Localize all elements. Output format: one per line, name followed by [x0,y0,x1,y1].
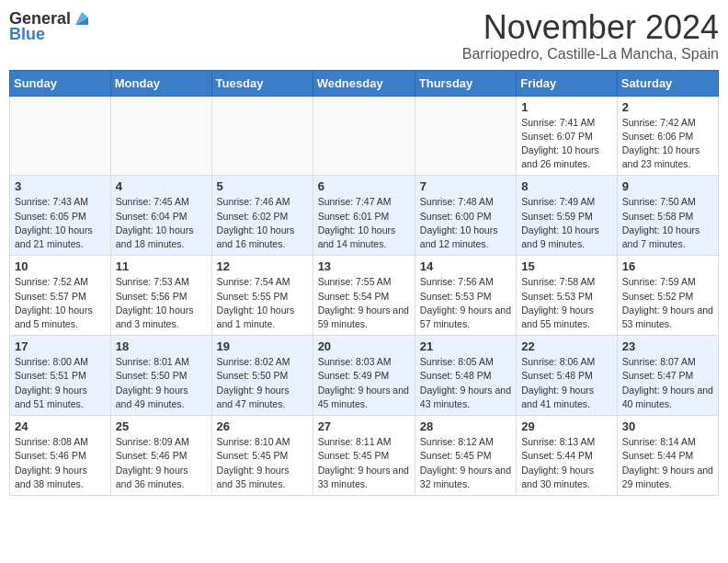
day-number: 26 [217,419,308,433]
calendar-day-cell: 19Sunrise: 8:02 AM Sunset: 5:50 PM Dayli… [211,336,313,416]
day-info: Sunrise: 7:41 AM Sunset: 6:07 PM Dayligh… [521,116,612,172]
day-number: 19 [217,339,308,353]
day-number: 24 [15,419,106,433]
day-info: Sunrise: 7:46 AM Sunset: 6:02 PM Dayligh… [217,195,308,251]
calendar-day-cell: 12Sunrise: 7:54 AM Sunset: 5:55 PM Dayli… [211,256,313,336]
calendar-day-cell [415,96,516,176]
logo-icon [72,8,92,29]
calendar-day-cell: 29Sunrise: 8:13 AM Sunset: 5:44 PM Dayli… [517,416,618,496]
weekday-header: Tuesday [211,70,313,96]
calendar-day-cell: 22Sunrise: 8:06 AM Sunset: 5:48 PM Dayli… [517,336,618,416]
day-info: Sunrise: 8:13 AM Sunset: 5:44 PM Dayligh… [521,435,612,491]
location-title: Barriopedro, Castille-La Mancha, Spain [462,46,719,63]
weekday-header: Friday [517,70,618,96]
calendar-day-cell: 2Sunrise: 7:42 AM Sunset: 6:06 PM Daylig… [617,96,718,176]
weekday-header: Thursday [415,70,516,96]
logo: General Blue [9,9,92,44]
day-info: Sunrise: 7:59 AM Sunset: 5:52 PM Dayligh… [622,275,713,331]
day-info: Sunrise: 8:11 AM Sunset: 5:45 PM Dayligh… [318,435,410,491]
calendar-day-cell: 10Sunrise: 7:52 AM Sunset: 5:57 PM Dayli… [10,256,111,336]
day-number: 30 [622,419,713,433]
day-info: Sunrise: 7:56 AM Sunset: 5:53 PM Dayligh… [420,275,511,331]
calendar-day-cell: 26Sunrise: 8:10 AM Sunset: 5:45 PM Dayli… [211,416,313,496]
day-number: 7 [420,179,511,193]
day-number: 14 [420,259,511,273]
day-info: Sunrise: 7:49 AM Sunset: 5:59 PM Dayligh… [521,195,612,251]
day-info: Sunrise: 8:08 AM Sunset: 5:46 PM Dayligh… [15,435,106,491]
calendar-day-cell: 1Sunrise: 7:41 AM Sunset: 6:07 PM Daylig… [517,96,618,176]
day-info: Sunrise: 8:02 AM Sunset: 5:50 PM Dayligh… [217,355,308,411]
day-number: 6 [318,179,410,193]
day-number: 1 [521,100,612,114]
day-info: Sunrise: 8:07 AM Sunset: 5:47 PM Dayligh… [622,355,713,411]
calendar-day-cell: 13Sunrise: 7:55 AM Sunset: 5:54 PM Dayli… [313,256,415,336]
calendar-day-cell: 24Sunrise: 8:08 AM Sunset: 5:46 PM Dayli… [10,416,111,496]
day-number: 13 [318,259,410,273]
calendar-day-cell [10,96,111,176]
calendar-day-cell: 28Sunrise: 8:12 AM Sunset: 5:45 PM Dayli… [415,416,516,496]
day-number: 3 [15,179,106,193]
day-number: 29 [521,419,612,433]
calendar-day-cell [211,96,313,176]
day-number: 5 [217,179,308,193]
calendar-table: SundayMondayTuesdayWednesdayThursdayFrid… [9,70,719,496]
calendar-day-cell: 8Sunrise: 7:49 AM Sunset: 5:59 PM Daylig… [517,176,618,256]
day-number: 8 [521,179,612,193]
day-info: Sunrise: 7:52 AM Sunset: 5:57 PM Dayligh… [15,275,106,331]
day-number: 23 [622,339,713,353]
day-number: 2 [622,100,713,114]
day-info: Sunrise: 7:45 AM Sunset: 6:04 PM Dayligh… [116,195,207,251]
calendar-day-cell: 5Sunrise: 7:46 AM Sunset: 6:02 PM Daylig… [211,176,313,256]
day-number: 21 [420,339,511,353]
day-number: 28 [420,419,511,433]
day-number: 25 [116,419,207,433]
day-number: 9 [622,179,713,193]
calendar-day-cell: 3Sunrise: 7:43 AM Sunset: 6:05 PM Daylig… [10,176,111,256]
day-info: Sunrise: 7:50 AM Sunset: 5:58 PM Dayligh… [622,195,713,251]
weekday-header: Wednesday [313,70,415,96]
day-info: Sunrise: 7:42 AM Sunset: 6:06 PM Dayligh… [622,116,713,172]
day-info: Sunrise: 7:55 AM Sunset: 5:54 PM Dayligh… [318,275,410,331]
day-number: 12 [217,259,308,273]
day-info: Sunrise: 7:47 AM Sunset: 6:01 PM Dayligh… [318,195,410,251]
day-info: Sunrise: 7:48 AM Sunset: 6:00 PM Dayligh… [420,195,511,251]
calendar-day-cell: 4Sunrise: 7:45 AM Sunset: 6:04 PM Daylig… [110,176,211,256]
calendar-week-row: 1Sunrise: 7:41 AM Sunset: 6:07 PM Daylig… [10,96,719,176]
day-info: Sunrise: 8:09 AM Sunset: 5:46 PM Dayligh… [116,435,207,491]
weekday-header: Saturday [617,70,718,96]
calendar-week-row: 3Sunrise: 7:43 AM Sunset: 6:05 PM Daylig… [10,176,719,256]
day-number: 10 [15,259,106,273]
calendar-day-cell: 11Sunrise: 7:53 AM Sunset: 5:56 PM Dayli… [110,256,211,336]
day-info: Sunrise: 8:03 AM Sunset: 5:49 PM Dayligh… [318,355,410,411]
calendar-day-cell: 15Sunrise: 7:58 AM Sunset: 5:53 PM Dayli… [517,256,618,336]
calendar-day-cell: 16Sunrise: 7:59 AM Sunset: 5:52 PM Dayli… [617,256,718,336]
calendar-day-cell: 27Sunrise: 8:11 AM Sunset: 5:45 PM Dayli… [313,416,415,496]
day-info: Sunrise: 7:43 AM Sunset: 6:05 PM Dayligh… [15,195,106,251]
day-number: 17 [15,339,106,353]
day-info: Sunrise: 7:58 AM Sunset: 5:53 PM Dayligh… [521,275,612,331]
calendar-day-cell: 25Sunrise: 8:09 AM Sunset: 5:46 PM Dayli… [110,416,211,496]
calendar-day-cell: 30Sunrise: 8:14 AM Sunset: 5:44 PM Dayli… [617,416,718,496]
day-info: Sunrise: 7:53 AM Sunset: 5:56 PM Dayligh… [116,275,207,331]
calendar-day-cell: 20Sunrise: 8:03 AM Sunset: 5:49 PM Dayli… [313,336,415,416]
day-info: Sunrise: 8:14 AM Sunset: 5:44 PM Dayligh… [622,435,713,491]
day-info: Sunrise: 8:00 AM Sunset: 5:51 PM Dayligh… [15,355,106,411]
calendar-day-cell: 21Sunrise: 8:05 AM Sunset: 5:48 PM Dayli… [415,336,516,416]
calendar-day-cell: 6Sunrise: 7:47 AM Sunset: 6:01 PM Daylig… [313,176,415,256]
calendar-day-cell [313,96,415,176]
calendar-week-row: 10Sunrise: 7:52 AM Sunset: 5:57 PM Dayli… [10,256,719,336]
day-number: 4 [116,179,207,193]
day-number: 15 [521,259,612,273]
day-number: 18 [116,339,207,353]
calendar-week-row: 17Sunrise: 8:00 AM Sunset: 5:51 PM Dayli… [10,336,719,416]
title-section: November 2024 Barriopedro, Castille-La M… [462,9,719,63]
day-number: 11 [116,259,207,273]
logo-blue-text: Blue [9,25,45,44]
day-info: Sunrise: 8:10 AM Sunset: 5:45 PM Dayligh… [217,435,308,491]
page-header: General Blue November 2024 Barriopedro, … [9,9,719,63]
calendar-day-cell: 7Sunrise: 7:48 AM Sunset: 6:00 PM Daylig… [415,176,516,256]
weekday-header: Sunday [10,70,111,96]
calendar-week-row: 24Sunrise: 8:08 AM Sunset: 5:46 PM Dayli… [10,416,719,496]
calendar-header-row: SundayMondayTuesdayWednesdayThursdayFrid… [10,70,719,96]
month-title: November 2024 [462,9,719,46]
